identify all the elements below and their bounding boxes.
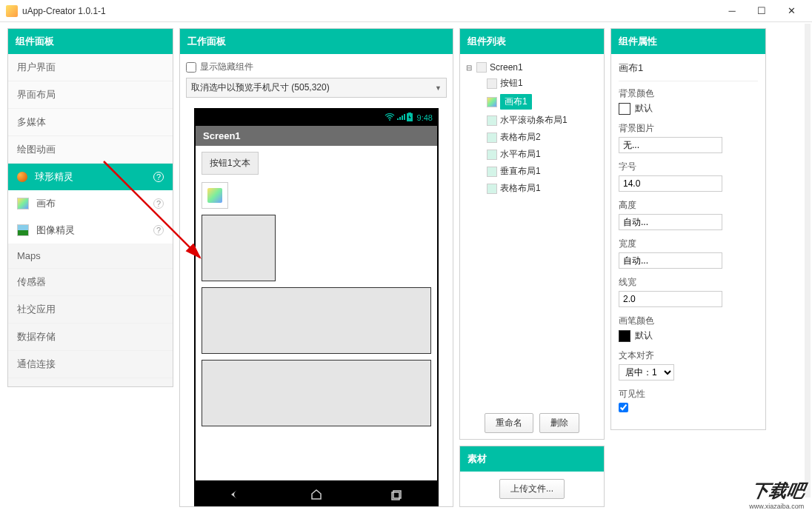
titlebar: uApp-Creator 1.0.1-1 ─ ☐ ✕ (0, 0, 812, 22)
palette-category[interactable]: 用户界面 (8, 54, 173, 81)
prop-textalign-label: 文本对齐 (619, 349, 758, 362)
help-icon[interactable]: ? (153, 198, 164, 209)
tree-node-icon (487, 184, 497, 194)
wifi-icon (385, 113, 395, 122)
phone-screen[interactable]: 按钮1文本 (196, 146, 437, 480)
workspace-body: 显示隐藏组件 取消选中以预览手机尺寸 (505,320) (180, 54, 453, 506)
material-header: 素材 (460, 446, 604, 472)
watermark: 下载吧 www.xiazaiba.com (748, 479, 808, 510)
preview-canvas1[interactable] (202, 182, 228, 209)
phone-statusbar: 9:48 (196, 110, 437, 126)
prop-bgimage-label: 背景图片 (619, 122, 758, 135)
tree-node[interactable]: 表格布局2 (466, 129, 598, 146)
close-button[interactable]: ✕ (776, 1, 806, 21)
tree-header: 组件列表 (460, 29, 604, 54)
component-palette-panel: 组件面板 用户界面界面布局多媒体绘图动画 球形精灵?画布?图像精灵? Maps传… (7, 28, 173, 387)
prop-visible-label: 可见性 (619, 388, 758, 400)
property-component-name: 画布1 (619, 61, 758, 81)
bgcolor-swatch (619, 103, 630, 115)
preview-size-select[interactable]: 取消选中以预览手机尺寸 (505,320) (186, 78, 447, 98)
prop-width-input[interactable] (619, 252, 722, 269)
prop-visible-checkbox[interactable] (619, 403, 628, 412)
tree-node-label: 表格布局1 (500, 182, 541, 195)
tree-node-icon (487, 133, 497, 143)
palette-category[interactable]: 数据存储 (8, 323, 173, 351)
show-hidden-label: 显示隐藏组件 (200, 61, 253, 73)
nav-back-icon[interactable] (224, 489, 247, 500)
tree-node-label: 按钮1 (500, 77, 523, 90)
palette-category[interactable]: 社交应用 (8, 296, 173, 323)
tree-root[interactable]: ⊟ Screen1 (466, 60, 598, 75)
palette-category[interactable]: 多媒体 (8, 109, 173, 136)
maximize-button[interactable]: ☐ (747, 1, 776, 21)
tree-node[interactable]: 水平布局1 (466, 146, 598, 163)
prop-fontsize-input[interactable] (619, 175, 722, 192)
show-hidden-input[interactable] (186, 62, 196, 73)
preview-hscroll-layout[interactable] (202, 215, 276, 281)
preview-button1[interactable]: 按钮1文本 (202, 152, 259, 175)
prop-height-label: 高度 (619, 199, 758, 212)
palette-header: 组件面板 (8, 29, 173, 54)
prop-fontsize-label: 字号 (619, 161, 758, 173)
tree-node[interactable]: 按钮1 (466, 75, 598, 92)
tree-node-label: 水平滚动条布局1 (500, 114, 568, 127)
prop-bgimage-input[interactable] (619, 137, 722, 153)
tree-body: ⊟ Screen1 按钮1画布1水平滚动条布局1表格布局2水平布局1垂直布局1表… (460, 54, 604, 407)
prop-linewidth-label: 线宽 (619, 276, 758, 289)
workspace-panel: 工作面板 显示隐藏组件 取消选中以预览手机尺寸 (505,320) (179, 28, 453, 507)
material-panel: 素材 上传文件... (459, 446, 605, 507)
prop-width-label: 宽度 (619, 238, 758, 250)
preview-h-layout1[interactable] (202, 360, 431, 426)
preview-table-layout2[interactable] (202, 287, 431, 354)
nav-recent-icon[interactable] (386, 489, 408, 500)
upload-file-button[interactable]: 上传文件... (499, 479, 565, 499)
tree-node[interactable]: 表格布局1 (466, 180, 598, 197)
phone-preview: 9:48 Screen1 按钮1文本 (194, 108, 439, 506)
minimize-button[interactable]: ─ (717, 1, 747, 21)
tree-toggle-icon[interactable]: ⊟ (466, 64, 475, 72)
prop-pencolor-value[interactable]: 默认 (619, 329, 758, 342)
component-label: 球形精灵 (35, 170, 73, 184)
tree-node[interactable]: 水平滚动条布局1 (466, 112, 598, 129)
prop-textalign-select[interactable]: 居中：1 (619, 364, 674, 380)
canvas-icon (17, 198, 29, 209)
component-label: 图像精灵 (36, 224, 75, 237)
prop-linewidth-input[interactable] (619, 291, 722, 307)
window-scrollbar[interactable] (805, 24, 811, 497)
tree-node-label: 垂直布局1 (500, 165, 541, 178)
tree-node-label: 水平布局1 (500, 148, 541, 161)
app-icon (6, 5, 18, 17)
show-hidden-checkbox[interactable]: 显示隐藏组件 (186, 58, 447, 76)
palette-body: 用户界面界面布局多媒体绘图动画 球形精灵?画布?图像精灵? Maps传感器社交应… (8, 54, 173, 386)
palette-component-ball[interactable]: 球形精灵? (8, 164, 173, 190)
palette-category[interactable]: 绘图动画 (8, 136, 173, 164)
palette-component-image[interactable]: 图像精灵? (8, 217, 173, 244)
tree-root-label: Screen1 (490, 62, 523, 73)
pencolor-swatch (619, 330, 630, 342)
tree-node-icon (487, 97, 497, 107)
tree-node-label: 画布1 (500, 94, 532, 110)
phone-time: 9:48 (417, 113, 433, 122)
tree-node-icon (487, 115, 497, 126)
component-label: 画布 (36, 197, 56, 210)
palette-component-canvas[interactable]: 画布? (8, 190, 173, 217)
prop-pencolor-label: 画笔颜色 (619, 315, 758, 327)
help-icon[interactable]: ? (153, 172, 164, 182)
palette-category[interactable]: 界面布局 (8, 81, 173, 109)
palette-category[interactable]: Maps (8, 244, 173, 269)
palette-category[interactable]: 传感器 (8, 269, 173, 296)
palette-category[interactable]: 通信连接 (8, 351, 173, 378)
component-tree-panel: 组件列表 ⊟ Screen1 按钮1画布1水平滚动条布局1表格布局2水平布局1垂… (459, 28, 605, 440)
prop-height-input[interactable] (619, 214, 722, 230)
tree-node-icon (487, 150, 497, 160)
nav-home-icon[interactable] (305, 489, 327, 500)
tree-node[interactable]: 垂直布局1 (466, 163, 598, 180)
svg-point-0 (389, 119, 390, 121)
tree-node[interactable]: 画布1 (466, 92, 598, 112)
prop-bgcolor-value[interactable]: 默认 (619, 102, 758, 115)
rename-button[interactable]: 重命名 (485, 413, 533, 433)
help-icon[interactable]: ? (153, 225, 164, 235)
delete-button[interactable]: 删除 (539, 413, 579, 433)
tree-actions: 重命名 删除 (460, 407, 604, 439)
palette-category[interactable]: 试验性质 (8, 378, 173, 386)
